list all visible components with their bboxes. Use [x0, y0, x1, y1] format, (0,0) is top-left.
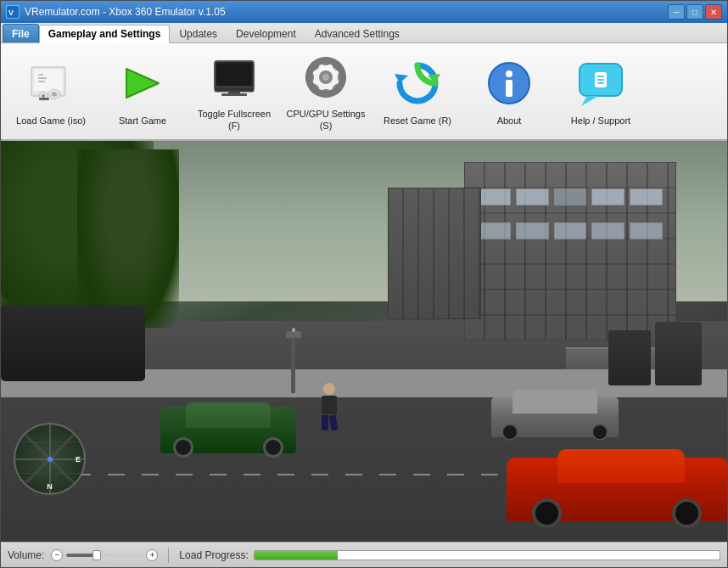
app-icon: V: [6, 5, 20, 19]
about-icon: [482, 56, 536, 110]
trash-bin-right2: [608, 330, 651, 385]
red-car: [507, 436, 727, 521]
start-game-label: Start Game: [119, 115, 166, 127]
main-window: V VRemulator.com - Xbox 360 Emulator v.1…: [0, 0, 728, 568]
minimap: N E: [14, 423, 86, 495]
reset-game-label: Reset Game (R): [384, 115, 451, 127]
volume-decrease-button[interactable]: −: [51, 549, 63, 561]
volume-thumb[interactable]: [92, 550, 101, 560]
svg-rect-36: [597, 82, 604, 84]
start-game-button[interactable]: Start Game: [97, 47, 188, 136]
svg-rect-16: [221, 93, 247, 96]
load-progress-bar: [254, 550, 720, 560]
title-bar: V VRemulator.com - Xbox 360 Emulator v.1…: [1, 1, 727, 23]
svg-rect-8: [39, 98, 49, 100]
char-legs: [322, 415, 337, 430]
toolbar: Load Game (iso) Start Game: [1, 43, 727, 141]
svg-point-18: [322, 74, 329, 81]
minimap-north-label: N: [47, 482, 53, 491]
svg-marker-32: [581, 96, 598, 106]
minimize-button[interactable]: ─: [668, 4, 685, 20]
volume-increase-button[interactable]: +: [146, 549, 158, 561]
window-title: VRemulator.com - Xbox 360 Emulator v.1.0…: [25, 6, 226, 18]
load-game-button[interactable]: Load Game (iso): [5, 47, 97, 136]
svg-rect-3: [34, 70, 63, 91]
gray-car: [491, 386, 619, 437]
svg-point-29: [506, 70, 512, 77]
start-game-icon: [115, 56, 170, 110]
load-game-label: Load Game (iso): [16, 115, 86, 127]
title-bar-left: V VRemulator.com - Xbox 360 Emulator v.1…: [6, 5, 226, 19]
player-character: [321, 383, 338, 430]
minimap-east-label: E: [76, 455, 81, 464]
cpu-gpu-button[interactable]: CPU/GPU Settings (S): [280, 47, 372, 136]
about-button[interactable]: About: [463, 47, 555, 136]
close-button[interactable]: ✕: [705, 4, 722, 20]
load-game-icon: [24, 56, 78, 110]
maximize-button[interactable]: □: [686, 4, 703, 20]
game-viewport: N E: [1, 141, 727, 542]
tab-development[interactable]: Development: [227, 24, 305, 42]
svg-rect-10: [38, 77, 47, 79]
cpu-gpu-label: CPU/GPU Settings (S): [285, 109, 367, 131]
about-label: About: [497, 115, 522, 127]
svg-rect-34: [597, 76, 604, 77]
svg-rect-9: [38, 74, 43, 76]
tab-advanced-settings[interactable]: Advanced Settings: [305, 24, 409, 42]
svg-point-7: [42, 94, 45, 98]
parked-vehicle-left: [1, 305, 145, 381]
main-building: [464, 162, 676, 340]
char-body: [322, 396, 337, 414]
status-divider: [168, 548, 169, 563]
load-progress-container: Load Progress:: [179, 549, 720, 561]
menu-bar: File Gameplay and Settings Updates Devel…: [1, 23, 727, 43]
reset-icon: [390, 56, 445, 110]
volume-label: Volume:: [8, 549, 44, 561]
fullscreen-label: Toggle Fullscreen (F): [193, 109, 275, 131]
svg-rect-35: [597, 79, 604, 81]
help-support-button[interactable]: Help / Support: [555, 47, 647, 136]
settings-gear-icon: [299, 51, 353, 104]
volume-control[interactable]: − +: [51, 549, 158, 561]
green-car: [160, 394, 296, 453]
svg-point-5: [52, 92, 57, 96]
status-bar: Volume: − + Load Progress:: [1, 542, 727, 567]
tab-updates[interactable]: Updates: [170, 24, 227, 42]
help-icon: [574, 56, 628, 110]
lamp-post: [291, 338, 295, 393]
help-support-label: Help / Support: [571, 115, 630, 127]
svg-rect-30: [506, 80, 512, 97]
minimap-player-dot: [48, 457, 53, 462]
volume-slider[interactable]: [66, 554, 143, 557]
game-screen: N E: [1, 141, 727, 542]
svg-rect-13: [217, 64, 251, 87]
side-building: [388, 188, 481, 319]
tab-gameplay[interactable]: Gameplay and Settings: [39, 25, 171, 43]
toggle-fullscreen-button[interactable]: Toggle Fullscreen (F): [188, 47, 280, 136]
load-progress-label: Load Progress:: [179, 549, 248, 561]
svg-text:V: V: [8, 8, 14, 17]
svg-rect-11: [38, 81, 45, 82]
reset-game-button[interactable]: Reset Game (R): [372, 47, 463, 136]
fullscreen-icon: [207, 51, 261, 104]
background-trees-left2: [77, 149, 179, 328]
char-head: [323, 383, 335, 395]
load-progress-fill: [255, 551, 339, 560]
tab-file[interactable]: File: [3, 24, 39, 42]
svg-rect-14: [215, 87, 254, 92]
window-controls: ─ □ ✕: [668, 4, 722, 20]
trash-bin-right: [655, 322, 702, 385]
